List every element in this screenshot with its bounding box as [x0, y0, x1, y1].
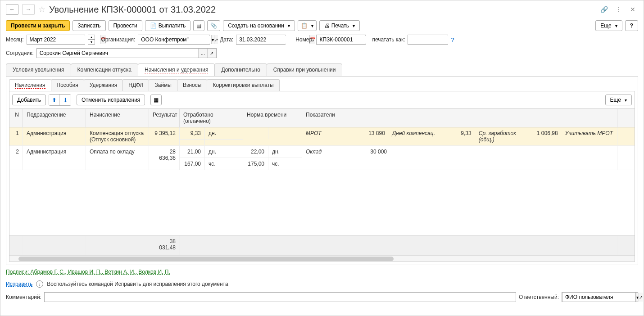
link-icon[interactable]: 🔗 — [599, 4, 609, 15]
org-label: Организация: — [101, 36, 136, 43]
grid-icon-button[interactable]: ▦ — [150, 95, 162, 105]
move-up-button[interactable]: ⬆ — [49, 95, 60, 105]
subtab-benefits[interactable]: Пособия — [51, 79, 84, 91]
cancel-fix-button[interactable]: Отменить исправления — [77, 95, 145, 105]
post-close-button[interactable]: Провести и закрыть — [6, 20, 70, 31]
print-as-help[interactable]: ? — [451, 36, 454, 43]
subtab-contributions[interactable]: Взносы — [177, 79, 207, 91]
kebab-icon[interactable]: ⋮ — [613, 4, 624, 15]
subtab-accruals[interactable]: Начисления — [9, 79, 51, 91]
sub-tabs: Начисления Пособия Удержания НДФЛ Займы … — [9, 79, 635, 91]
list-icon-button[interactable]: ▤ — [193, 20, 204, 31]
fix-hint: Воспользуйтесь командой Исправить для ис… — [47, 281, 228, 287]
number-label: Номер: — [295, 36, 313, 43]
close-icon[interactable]: ✕ — [627, 4, 638, 15]
move-down-button[interactable]: ⬇ — [60, 95, 71, 105]
print-as-input[interactable] — [408, 36, 481, 44]
create-based-button[interactable]: Создать на основании — [223, 20, 295, 31]
help-button[interactable]: ? — [625, 20, 638, 31]
subtab-deductions[interactable]: Удержания — [84, 79, 123, 91]
employee-open[interactable]: ↗ — [207, 49, 216, 58]
print-as-label: печатать как: — [372, 36, 405, 43]
pay-button[interactable]: 📄Выплатить — [145, 20, 191, 31]
subtab-corrections[interactable]: Корректировки выплаты — [207, 79, 279, 91]
employee-select[interactable]: … — [198, 49, 207, 58]
table-row[interactable]: 2 Администрация Оплата по окладу 28 636,… — [9, 146, 635, 170]
post-button[interactable]: Провести — [109, 20, 142, 31]
print-icon: 🖨 — [324, 23, 330, 29]
tab-conditions[interactable]: Условия увольнения — [6, 63, 71, 76]
subtab-ndfl[interactable]: НДФЛ — [122, 79, 149, 91]
tab-accruals[interactable]: Начисления и удержания — [138, 63, 215, 76]
horizontal-scrollbar[interactable] — [9, 255, 635, 262]
responsible-input[interactable] — [562, 292, 636, 302]
main-tabs: Условия увольнения Компенсации отпуска Н… — [6, 63, 638, 77]
responsible-open[interactable]: ↗ — [639, 293, 643, 302]
add-button[interactable]: Добавить — [12, 95, 46, 105]
employee-input[interactable] — [37, 49, 198, 57]
subtable-more-button[interactable]: Еще — [605, 95, 632, 105]
org-open[interactable]: ↗ — [214, 35, 218, 44]
page-title: Увольнение КПЗК-000001 от 31.03.2022 — [49, 5, 216, 15]
month-down[interactable]: ▾ — [88, 40, 95, 45]
subtab-loans[interactable]: Займы — [149, 79, 177, 91]
table-header: N Подразделение Начисление Результат Отр… — [9, 109, 635, 127]
month-label: Месяц: — [6, 36, 24, 43]
employee-label: Сотрудник: — [6, 50, 34, 56]
forward-button[interactable]: → — [22, 4, 35, 15]
comment-label: Комментарий: — [6, 294, 41, 300]
fix-link[interactable]: Исправить — [6, 281, 32, 287]
table-row[interactable]: 1 Администрация Компенсация отпуска (Отп… — [9, 127, 635, 146]
comment-input[interactable] — [44, 292, 516, 302]
write-button[interactable]: Записать — [73, 20, 105, 31]
favorite-icon[interactable]: ☆ — [38, 5, 45, 14]
tab-additional[interactable]: Дополнительно — [214, 63, 267, 76]
table-footer: 38 031,48 — [9, 235, 635, 255]
attach-icon-button[interactable]: 📎 — [207, 20, 220, 31]
info-icon: i — [36, 280, 43, 288]
date-label: Дата: — [220, 36, 233, 43]
signatures-link[interactable]: Подписи: Абрамов Г. С., Ивашов И. П., Ве… — [6, 269, 170, 275]
more-button[interactable]: Еще — [595, 20, 622, 31]
notes-icon-button[interactable]: 📋 — [298, 20, 317, 31]
back-button[interactable]: ← — [6, 4, 18, 15]
tab-references[interactable]: Справки при увольнении — [267, 63, 343, 76]
responsible-label: Ответственный: — [519, 294, 559, 300]
print-button[interactable]: 🖨Печать — [319, 20, 360, 31]
tab-compensation[interactable]: Компенсации отпуска — [71, 63, 138, 76]
org-input[interactable] — [138, 36, 211, 44]
month-up[interactable]: ▴ — [88, 35, 95, 40]
pay-icon: 📄 — [150, 23, 157, 29]
